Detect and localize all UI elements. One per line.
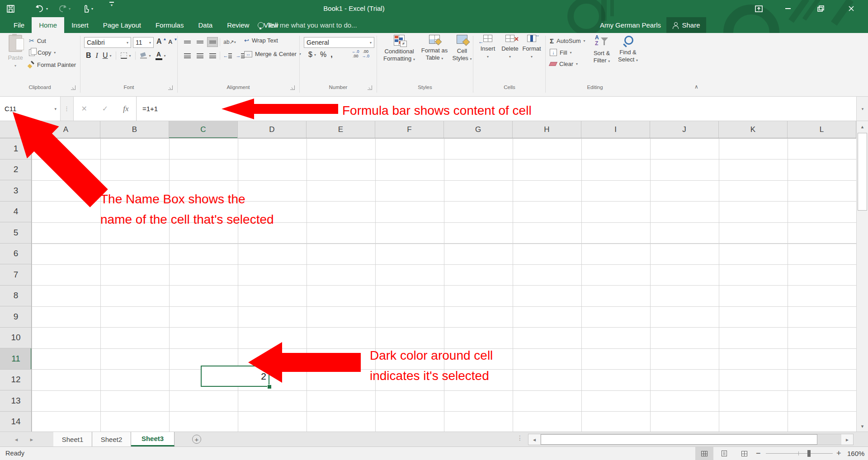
copy-dropdown[interactable]: ▾ <box>54 51 56 55</box>
column-header-e[interactable]: E <box>307 121 375 138</box>
fill-color-icon[interactable] <box>140 53 147 59</box>
row-header-7[interactable]: 7 <box>0 264 32 286</box>
close-button[interactable] <box>841 0 862 17</box>
column-header-l[interactable]: L <box>788 121 856 138</box>
wrap-text-button[interactable]: ↩ Wrap Text <box>244 37 278 44</box>
paste-button[interactable]: Paste ▾ <box>4 35 27 68</box>
fill-handle[interactable] <box>267 385 272 389</box>
merge-center-button[interactable]: ↔ Merge & Center ▾ <box>244 51 301 57</box>
sheet-tab-sheet3[interactable]: Sheet3 <box>131 432 175 446</box>
horizontal-scroll-thumb[interactable] <box>541 434 817 445</box>
restore-button[interactable] <box>810 0 831 17</box>
zoom-out-button[interactable]: − <box>756 447 761 460</box>
bold-button[interactable]: B <box>86 52 91 60</box>
customize-quick-access-button[interactable]: ▾ <box>109 2 114 15</box>
column-header-k[interactable]: K <box>719 121 788 138</box>
expand-formula-bar-button[interactable]: ▾ <box>856 97 868 121</box>
cancel-entry-button[interactable]: ✕ <box>81 104 87 113</box>
zoom-level[interactable]: 160% <box>847 447 864 460</box>
column-header-f[interactable]: F <box>375 121 444 138</box>
font-color-dropdown[interactable]: ▾ <box>164 54 166 58</box>
zoom-slider-thumb[interactable] <box>807 450 811 457</box>
page-layout-view-button[interactable] <box>715 447 733 460</box>
scroll-right-button[interactable]: ▸ <box>841 434 853 445</box>
horizontal-scrollbar[interactable]: ◂ ▸ <box>528 434 854 445</box>
column-header-g[interactable]: G <box>444 121 513 138</box>
align-center-button[interactable] <box>194 51 205 61</box>
redo-button[interactable]: ▾ <box>58 2 71 15</box>
increase-decimal-button[interactable]: ←.0 .00 <box>352 49 359 58</box>
tab-home[interactable]: Home <box>32 17 64 33</box>
page-break-view-button[interactable] <box>735 447 753 460</box>
ribbon-display-options-button[interactable] <box>748 0 769 17</box>
previous-sheet-button[interactable]: ◂ <box>10 432 23 446</box>
tell-me-box[interactable]: Tell me what you want to do... <box>258 17 357 33</box>
delete-dropdown[interactable]: ▾ <box>509 55 511 59</box>
tab-data[interactable]: Data <box>191 17 220 33</box>
zoom-in-button[interactable]: + <box>836 447 841 460</box>
next-sheet-button[interactable]: ▸ <box>25 432 38 446</box>
collapse-ribbon-button[interactable]: ∧ <box>694 84 698 90</box>
font-color-button[interactable]: A <box>156 51 162 60</box>
align-right-button[interactable] <box>207 51 218 61</box>
insert-cells-button[interactable]: ← Insert ▾ <box>477 35 498 59</box>
conditional-formatting-button[interactable]: ≠ Conditional Formatting ▾ <box>381 35 417 63</box>
sort-filter-dropdown[interactable]: ▾ <box>608 59 610 63</box>
normal-view-button[interactable] <box>695 447 713 460</box>
align-middle-button[interactable] <box>194 37 205 47</box>
decrease-decimal-button[interactable]: .00 →.0 <box>362 49 370 58</box>
percent-style-button[interactable]: % <box>320 51 326 59</box>
name-box[interactable]: C11 ▾ <box>0 97 61 121</box>
cells-area[interactable]: 2 <box>32 138 856 432</box>
sheet-tab-sheet2[interactable]: Sheet2 <box>92 432 131 446</box>
column-header-j[interactable]: J <box>650 121 719 138</box>
row-header-2[interactable]: 2 <box>0 160 32 181</box>
column-header-b[interactable]: B <box>100 121 169 138</box>
redo-dropdown[interactable]: ▾ <box>69 7 71 11</box>
format-as-table-button[interactable]: Format as Table ▾ <box>418 35 451 62</box>
row-header-3[interactable]: 3 <box>0 180 32 202</box>
row-header-11[interactable]: 11 <box>0 348 32 370</box>
row-header-14[interactable]: 14 <box>0 412 32 432</box>
paste-dropdown[interactable]: ▾ <box>14 64 16 68</box>
autosum-dropdown[interactable]: ▾ <box>584 39 585 43</box>
autosum-button[interactable]: Σ AutoSum ▾ <box>550 37 585 45</box>
find-select-dropdown[interactable]: ▾ <box>636 58 638 62</box>
clear-dropdown[interactable]: ▾ <box>576 62 578 66</box>
zoom-slider-track[interactable] <box>766 453 833 454</box>
user-name[interactable]: Amy German Pearls <box>600 17 661 33</box>
touch-mode-dropdown[interactable]: ▾ <box>91 7 93 11</box>
font-name-dropdown[interactable]: ▾ <box>127 41 128 45</box>
copy-button[interactable]: Copy ▾ <box>29 49 56 56</box>
tab-bar-resize-dots[interactable]: ⋮ <box>517 434 523 441</box>
orientation-dropdown[interactable]: ▾ <box>234 40 236 44</box>
confirm-entry-button[interactable]: ✓ <box>102 104 108 113</box>
sort-filter-button[interactable]: A Z Sort & Filter ▾ <box>589 35 615 65</box>
fill-dropdown[interactable]: ▾ <box>570 51 572 55</box>
accounting-format-dropdown[interactable]: ▾ <box>314 53 316 57</box>
delete-cells-button[interactable]: ✕ Delete ▾ <box>499 35 521 59</box>
number-dialog-launcher[interactable] <box>368 85 372 90</box>
underline-button[interactable]: U <box>103 52 108 60</box>
save-button[interactable] <box>6 2 15 15</box>
scroll-down-button[interactable]: ▾ <box>857 421 868 432</box>
format-dropdown[interactable]: ▾ <box>531 55 533 59</box>
undo-button[interactable]: ▾ <box>35 2 48 15</box>
share-button[interactable]: Share <box>666 17 706 33</box>
alignment-dialog-launcher[interactable] <box>290 85 295 90</box>
touch-mode-button[interactable]: ▾ <box>82 2 93 15</box>
fill-color-dropdown[interactable]: ▾ <box>149 54 151 58</box>
cell-styles-button[interactable]: Cell Styles ▾ <box>452 35 472 63</box>
format-as-table-dropdown[interactable]: ▾ <box>441 56 443 61</box>
conditional-formatting-dropdown[interactable]: ▾ <box>413 57 415 61</box>
sheet-tab-sheet1[interactable]: Sheet1 <box>53 432 92 446</box>
underline-dropdown[interactable]: ▾ <box>109 54 111 58</box>
accounting-format-button[interactable]: $ <box>308 51 312 59</box>
column-header-i[interactable]: I <box>581 121 650 138</box>
scroll-up-button[interactable]: ▴ <box>857 121 868 132</box>
row-header-6[interactable]: 6 <box>0 244 32 265</box>
row-header-8[interactable]: 8 <box>0 286 32 307</box>
row-header-9[interactable]: 9 <box>0 306 32 328</box>
row-header-1[interactable]: 1 <box>0 138 32 160</box>
clipboard-dialog-launcher[interactable] <box>71 85 75 90</box>
